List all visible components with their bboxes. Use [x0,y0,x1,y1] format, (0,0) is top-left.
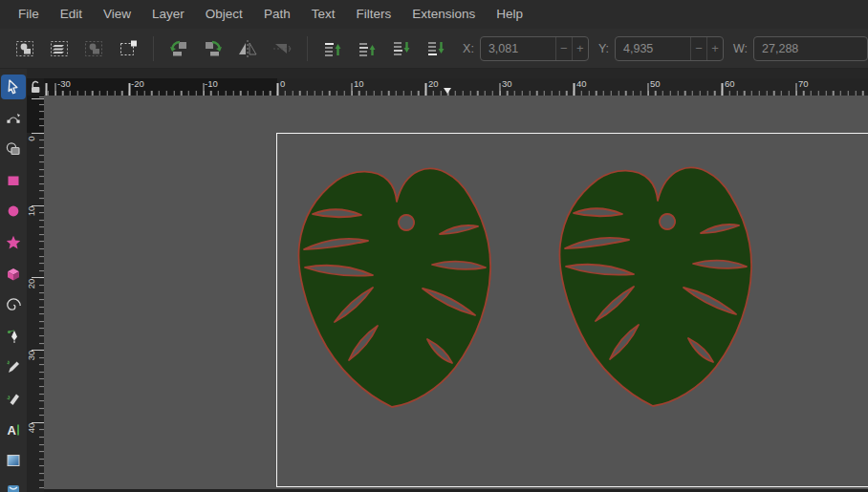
pen-icon [5,328,22,345]
select-all-layers-icon [49,38,70,59]
pencil-icon [5,358,22,375]
star-icon [5,234,22,251]
ruler-cursor-marker [444,88,451,94]
deselect-button[interactable] [82,35,105,62]
vruler-label: 10 [26,203,43,220]
spiral-icon [5,296,22,313]
tool-pencil[interactable] [1,354,26,379]
y-field-value[interactable]: 4,935 [616,42,690,55]
y-field-group: Y: 4,935 − + [598,36,724,61]
menu-filters[interactable]: Filters [345,0,401,29]
raise-icon [357,38,378,59]
tool-pen[interactable] [1,324,26,349]
menu-object[interactable]: Object [195,0,253,29]
lower-to-bottom-button[interactable] [424,35,447,62]
x-field-value[interactable]: 3,081 [481,42,555,55]
ellipse-icon [5,203,22,220]
raise-button[interactable] [356,35,379,62]
menubar: File Edit View Layer Object Path Text Fi… [0,0,868,29]
rotate-cw-button[interactable] [202,35,225,62]
tool-dropper[interactable] [1,480,26,492]
monstera-leaf-shape [298,169,490,407]
hruler-label: 70 [798,78,809,89]
hruler-label: -20 [131,78,144,89]
y-decrement-button[interactable]: − [690,37,706,60]
menu-extensions[interactable]: Extensions [401,0,486,29]
vertical-ruler[interactable]: 0 10 20 30 40 [27,96,44,492]
x-field-group: X: 3,081 − + [463,36,589,61]
menu-layer[interactable]: Layer [141,0,195,29]
menu-edit[interactable]: Edit [50,0,93,29]
tool-node-editor[interactable] [1,106,26,131]
hruler-label: 50 [650,78,661,89]
node-editor-icon [5,110,22,127]
separator [307,36,308,61]
gradient-icon [5,452,22,469]
monstera-leaf-shape [559,168,751,406]
separator [153,36,154,61]
hruler-label: 60 [725,78,735,89]
w-field-group: W: 27,288 [733,36,868,61]
selector-arrow-icon [5,78,22,96]
horizontal-ruler[interactable]: -30 -20 -10 0 10 20 30 40 50 60 70 80 [44,78,868,96]
deselect-icon [83,38,104,59]
canvas-viewport[interactable] [44,96,868,492]
toolbox: A [0,69,27,492]
tool-shape-builder[interactable] [1,137,26,161]
hruler-label: 30 [502,78,512,89]
y-field-label: Y: [598,42,609,55]
vruler-label: 0 [26,130,43,147]
w-field-value[interactable]: 27,288 [754,42,867,55]
tool-text[interactable]: A [1,417,26,442]
menu-path[interactable]: Path [253,0,301,29]
hruler-label: 0 [280,78,285,89]
raise-to-top-icon [322,38,343,59]
y-field[interactable]: 4,935 − + [615,36,724,61]
text-tool-icon: A [5,421,22,439]
menu-help[interactable]: Help [486,0,533,29]
lower-button[interactable] [390,35,413,62]
hruler-label: 40 [576,78,587,89]
rectangle-icon [5,172,22,189]
fit-page-to-selection-button[interactable] [117,35,140,62]
tool-selector[interactable] [1,75,26,99]
menu-view[interactable]: View [93,0,141,29]
flip-horizontal-button[interactable] [236,35,259,62]
rotate-cw-icon [203,38,224,59]
inkscape-window: File Edit View Layer Object Path Text Fi… [0,0,868,492]
lock-open-icon[interactable] [30,80,42,94]
raise-to-top-button[interactable] [321,35,344,62]
shape-builder-icon [5,140,22,158]
vruler-label: 40 [26,419,43,437]
hruler-label: 20 [428,78,439,89]
tool-box-3d[interactable] [1,262,26,287]
x-field[interactable]: 3,081 − + [480,36,589,61]
w-field[interactable]: 27,288 [753,36,868,61]
tool-star[interactable] [1,230,26,255]
menu-file[interactable]: File [8,0,50,29]
select-all-layers-button[interactable] [48,35,71,62]
tool-ellipse[interactable] [1,199,26,224]
monstera-leaf-object-2[interactable] [557,164,758,411]
calligraphy-icon [5,390,22,407]
fit-page-icon [118,38,139,59]
rotate-ccw-icon [168,38,189,59]
dropper-icon [5,483,22,492]
menu-text[interactable]: Text [301,0,346,29]
x-decrement-button[interactable]: − [555,37,572,60]
tool-gradient[interactable] [1,448,26,473]
flip-vertical-button[interactable] [271,35,293,62]
x-increment-button[interactable]: + [572,37,588,60]
rotate-ccw-button[interactable] [167,35,190,62]
y-increment-button[interactable]: + [706,37,723,60]
monstera-leaf-object-1[interactable] [296,165,497,412]
vruler-label: 30 [26,347,43,364]
tool-calligraphy[interactable] [1,386,26,411]
hruler-label: 10 [354,78,364,89]
vruler-label: 20 [26,275,43,292]
tool-spiral[interactable] [1,292,26,317]
box-3d-icon [5,266,22,283]
lower-to-bottom-icon [425,38,446,59]
select-all-button[interactable] [13,35,36,62]
tool-rectangle[interactable] [1,168,26,193]
